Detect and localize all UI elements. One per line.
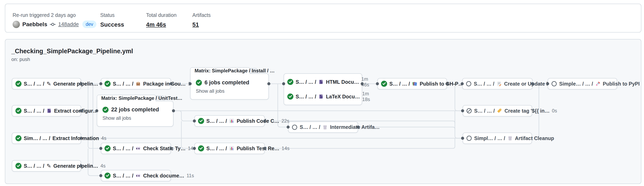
job-duration: 1m 18s [362, 91, 370, 102]
matrix-summary: 22 jobs completed [111, 106, 159, 113]
job-name: Create tag '${{ in… [504, 108, 550, 114]
eyes-icon [136, 173, 141, 178]
job-node-extract-information[interactable]: Sim… / … / Extract Information 4s [12, 132, 81, 144]
job-prefix: S… / … / [474, 108, 495, 114]
job-name: Publish to GH-P… [420, 81, 463, 87]
neutral-status-icon [292, 124, 298, 130]
job-node-generate-pipeline-2[interactable]: S… / … / ✎ Generate pipelin… 4s [12, 160, 81, 171]
job-duration: 0s [552, 108, 557, 114]
pen-icon: ✎ [46, 81, 51, 87]
show-all-jobs-link[interactable]: Show all jobs [97, 115, 173, 121]
job-duration: 11s [186, 173, 194, 178]
job-prefix: S… / … / [296, 79, 316, 85]
success-icon [16, 163, 22, 169]
job-name: Extract Information [52, 135, 99, 141]
job-prefix: S… / … / [474, 81, 494, 87]
branch-badge[interactable]: dev [82, 21, 96, 28]
job-prefix: Simple… / … / [559, 81, 593, 87]
job-node-intermediate-artifacts[interactable]: S… / … / Intermediate Artifa… [288, 122, 358, 133]
workflow-trigger: on: push [11, 57, 30, 62]
job-prefix: S… / … / [300, 124, 320, 130]
job-name: Publish Code C… [236, 118, 279, 124]
job-prefix: Sim… / … / [24, 135, 50, 141]
matrix-unittest-tab: Matrix: SimplePackage / UnitTest… [97, 95, 156, 101]
documentation-group[interactable]: S… / … / HTML Docu… 1m 46s S… / … / LaTe… [284, 73, 362, 105]
job-node-package-in-source[interactable]: S… / … / Package in Sou… 18s [101, 78, 171, 89]
neutral-status-icon [551, 81, 557, 87]
neutral-status-icon [466, 135, 472, 141]
success-icon [16, 135, 22, 141]
trigger-column: Re-run triggered 2 days ago Paebbels 148… [12, 12, 96, 28]
success-icon [287, 79, 294, 85]
job-row-latex-documentation[interactable]: S… / … / LaTeX Docu… 1m 18s [287, 91, 358, 102]
success-icon [381, 81, 387, 87]
job-node-extract-configurations[interactable]: S… / … / Extract configur… 6s [12, 105, 81, 116]
matrix-tab-label: Matrix: SimplePackage / Install / … [194, 68, 275, 74]
tag-icon [497, 108, 502, 113]
git-commit-icon [50, 21, 56, 28]
matrix-summary: 6 jobs completed [204, 80, 249, 86]
commit-link[interactable]: 148adde [58, 21, 79, 28]
job-name: Artifact Cleanup [515, 135, 554, 141]
job-name: Publish to PyPI [603, 81, 640, 87]
show-all-jobs-link[interactable]: Show all jobs [190, 88, 268, 94]
job-prefix: S… / … / [113, 173, 133, 179]
job-name: Package in Sou… [143, 81, 186, 87]
success-icon [198, 145, 204, 151]
package-icon [136, 81, 141, 86]
job-prefix: S… / … / [206, 118, 227, 124]
books-icon [412, 81, 417, 86]
actor-name: Paebbels [22, 21, 47, 28]
success-icon [196, 80, 202, 86]
job-node-create-tag[interactable]: S… / … / Create tag '${{ in… 0s [462, 105, 532, 116]
job-node-generate-pipeline-1[interactable]: S… / … / ✎ Generate pipelin… 3s [12, 78, 81, 89]
job-node-publish-test-results[interactable]: S… / … / Publish Test Re… 14s [194, 143, 265, 154]
book-icon [318, 79, 324, 85]
job-node-publish-to-pypi[interactable]: Simple… / … / Publish to PyPI [548, 78, 617, 89]
job-node-check-documentation[interactable]: S… / … / Check docume… 11s [101, 170, 171, 181]
job-node-publish-to-gh-pages[interactable]: S… / … / Publish to GH-P… 7s [378, 78, 447, 89]
success-icon [104, 172, 110, 179]
job-duration: 4s [100, 163, 106, 169]
workflow-title: _Checking_SimplePackage_Pipeline.yml [11, 48, 133, 55]
success-icon [16, 81, 22, 87]
success-icon [287, 94, 294, 100]
bar-chart-icon [229, 146, 234, 151]
matrix-unittest-group[interactable]: 22 jobs completed Show all jobs [97, 101, 174, 127]
job-name: Intermediate Artifa… [330, 124, 380, 130]
success-icon [198, 118, 204, 124]
job-node-check-static-types[interactable]: S… / … / Check Static Ty… 14s [101, 143, 171, 154]
wastebasket-icon [508, 136, 513, 141]
artifacts-count[interactable]: 51 [192, 21, 210, 28]
duration-label: Total duration [146, 12, 176, 18]
job-row-html-documentation[interactable]: S… / … / HTML Docu… 1m 46s [287, 76, 358, 88]
matrix-install-tab: Matrix: SimplePackage / Install / … [190, 67, 250, 74]
job-name: LaTeX Docu… [326, 94, 360, 100]
matrix-tab-label: Matrix: SimplePackage / UnitTest… [101, 95, 182, 101]
book-icon [318, 94, 324, 99]
job-node-artifact-cleanup[interactable]: Simpl… / … / Artifact Cleanup [462, 132, 532, 144]
memo-icon [496, 81, 502, 86]
skipped-status-icon [466, 108, 472, 114]
job-node-create-or-update-release[interactable]: S… / … / Create or Update R… [462, 78, 532, 89]
status-label: Status [100, 12, 124, 18]
avatar [12, 21, 20, 28]
matrix-install-group[interactable]: 6 jobs completed Show all jobs [190, 73, 269, 100]
success-icon [102, 107, 108, 113]
artifacts-column: Artifacts 51 [192, 12, 210, 28]
run-summary-card: Re-run triggered 2 days ago Paebbels 148… [5, 4, 641, 33]
neutral-status-icon [466, 81, 472, 87]
duration-column: Total duration 4m 46s [146, 12, 176, 28]
job-prefix: S… / … / [24, 108, 44, 114]
job-duration: 1m 46s [361, 76, 369, 88]
pen-icon: ✎ [46, 163, 51, 169]
artifacts-label: Artifacts [192, 12, 210, 18]
job-name: Check Static Ty… [143, 145, 186, 151]
job-prefix: S… / … / [389, 81, 410, 87]
success-icon [16, 108, 22, 114]
job-node-publish-code-coverage[interactable]: S… / … / Publish Code C… 22s [194, 115, 265, 127]
rocket-icon [595, 81, 600, 86]
wastebasket-icon [322, 125, 328, 130]
job-name: HTML Docu… [326, 79, 359, 85]
status-value: Success [100, 21, 124, 28]
